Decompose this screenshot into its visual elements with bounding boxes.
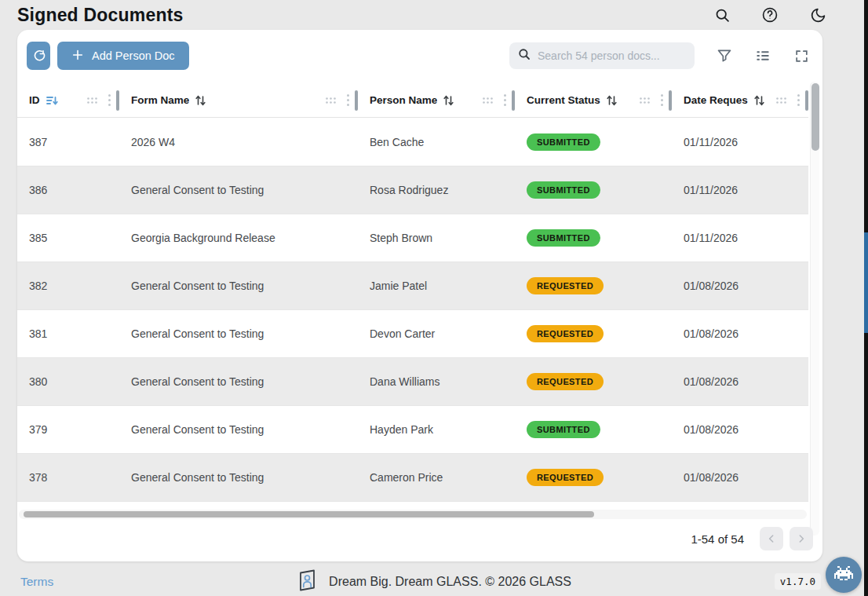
cell-id: 378 [17, 471, 119, 484]
cell-current-status: REQUESTED [515, 325, 672, 342]
space-invader-icon [834, 566, 853, 583]
column-drag-handle-icon[interactable] [482, 97, 494, 104]
cell-person-name: Rosa Rodriguez [358, 184, 515, 196]
column-label: Person Name [370, 94, 437, 106]
filter-icon[interactable] [716, 47, 733, 64]
cell-person-name: Jamie Patel [358, 280, 515, 292]
cell-person-name: Cameron Price [358, 471, 515, 484]
cell-current-status: SUBMITTED [515, 421, 672, 438]
plus-icon [71, 49, 84, 64]
table-header: ID Form Name Person Name [17, 83, 808, 118]
help-icon[interactable] [760, 5, 779, 24]
sort-desc-active-icon[interactable] [46, 94, 59, 107]
table-row[interactable]: 379 General Consent to Testing Hayden Pa… [17, 406, 808, 454]
status-badge: REQUESTED [527, 373, 604, 390]
table-row[interactable]: 381 General Consent to Testing Devon Car… [17, 310, 808, 358]
status-badge: SUBMITTED [527, 181, 600, 199]
sort-both-icon[interactable] [753, 94, 765, 107]
search-input[interactable] [538, 49, 687, 62]
table-row[interactable]: 385 Georgia Background Release Steph Bro… [17, 214, 808, 262]
table-row[interactable]: 378 General Consent to Testing Cameron P… [17, 454, 808, 502]
column-drag-handle-icon[interactable] [639, 97, 651, 104]
cell-date-requested: 01/08/2026 [672, 375, 808, 388]
column-header-form-name[interactable]: Form Name [119, 83, 358, 117]
browser-scroll-thumb[interactable] [864, 232, 868, 333]
status-badge: SUBMITTED [527, 229, 600, 247]
page-range-label: 1-54 of 54 [691, 532, 744, 546]
cell-form-name: General Consent to Testing [119, 280, 358, 292]
fullscreen-icon[interactable] [793, 47, 810, 64]
chevron-left-icon [765, 532, 778, 545]
cell-current-status: SUBMITTED [515, 229, 672, 247]
status-badge: REQUESTED [527, 277, 604, 294]
table-horizontal-scrollbar[interactable] [19, 510, 807, 519]
cell-date-requested: 01/08/2026 [672, 471, 808, 484]
table-row[interactable]: 386 General Consent to Testing Rosa Rodr… [17, 166, 808, 214]
column-header-date-requested[interactable]: Date Reques [672, 83, 808, 117]
column-menu-icon[interactable] [346, 93, 350, 107]
cell-id: 386 [17, 184, 119, 196]
cell-id: 381 [17, 327, 119, 340]
glass-logo-icon [297, 569, 318, 595]
search-icon [517, 47, 531, 64]
cell-date-requested: 01/11/2026 [672, 184, 808, 196]
column-menu-icon[interactable] [503, 93, 507, 107]
topbar-icons [713, 5, 827, 24]
column-menu-icon[interactable] [108, 93, 111, 107]
table-search[interactable] [509, 42, 695, 69]
refresh-icon [31, 48, 46, 64]
status-badge: REQUESTED [527, 325, 604, 342]
column-header-person-name[interactable]: Person Name [358, 83, 515, 117]
table-vertical-scrollbar[interactable] [810, 82, 819, 536]
add-person-doc-button[interactable]: Add Person Doc [57, 42, 189, 70]
version-label: v1.7.0 [775, 573, 821, 590]
column-drag-handle-icon[interactable] [86, 97, 98, 104]
cell-date-requested: 01/11/2026 [672, 232, 808, 244]
cell-form-name: General Consent to Testing [119, 327, 358, 340]
dark-mode-moon-icon[interactable] [808, 5, 827, 24]
assistant-fab-button[interactable] [826, 557, 862, 593]
previous-page-button[interactable] [760, 527, 783, 550]
cell-form-name: General Consent to Testing [119, 184, 358, 196]
column-resize-handle[interactable] [805, 90, 808, 111]
cell-current-status: REQUESTED [515, 373, 672, 390]
density-list-icon[interactable] [754, 47, 771, 64]
cell-id: 387 [17, 136, 119, 148]
next-page-button[interactable] [790, 527, 813, 550]
cell-person-name: Devon Carter [358, 327, 515, 340]
column-drag-handle-icon[interactable] [775, 97, 787, 104]
sort-both-icon[interactable] [195, 94, 206, 107]
column-drag-handle-icon[interactable] [325, 97, 337, 104]
cell-id: 380 [17, 375, 119, 388]
column-header-current-status[interactable]: Current Status [515, 83, 672, 117]
cell-id: 382 [17, 280, 119, 292]
column-header-id[interactable]: ID [17, 83, 119, 117]
cell-person-name: Steph Brown [358, 232, 515, 244]
sort-both-icon[interactable] [606, 94, 618, 107]
table-toolbar: Add Person Doc [27, 41, 813, 71]
top-bar: Signed Documents [0, 0, 868, 30]
table-row[interactable]: 387 2026 W4 Ben Cache SUBMITTED 01/11/20… [17, 119, 808, 166]
table-row[interactable]: 380 General Consent to Testing Dana Will… [17, 358, 808, 406]
table-row[interactable]: 382 General Consent to Testing Jamie Pat… [17, 262, 808, 310]
status-badge: SUBMITTED [527, 133, 600, 151]
horizontal-scroll-thumb[interactable] [24, 511, 594, 517]
cell-id: 385 [17, 232, 119, 244]
cell-current-status: REQUESTED [515, 277, 672, 294]
status-badge: SUBMITTED [527, 421, 600, 438]
status-badge: REQUESTED [527, 469, 604, 486]
browser-scrollbar[interactable] [864, 0, 868, 596]
cell-current-status: SUBMITTED [515, 181, 672, 199]
cell-date-requested: 01/08/2026 [672, 327, 808, 340]
cell-form-name: General Consent to Testing [119, 423, 358, 436]
search-icon[interactable] [713, 5, 731, 24]
refresh-button[interactable] [27, 42, 50, 70]
sort-both-icon[interactable] [443, 94, 454, 107]
column-menu-icon[interactable] [797, 93, 801, 107]
footer: Terms Dream Big. Dream GLASS. © 2026 GLA… [0, 567, 868, 596]
column-menu-icon[interactable] [660, 93, 664, 107]
signed-documents-panel: Add Person Doc ID [17, 30, 822, 561]
vertical-scroll-thumb[interactable] [811, 83, 819, 151]
table-body: 387 2026 W4 Ben Cache SUBMITTED 01/11/20… [17, 119, 808, 502]
cell-person-name: Dana Williams [358, 375, 515, 388]
